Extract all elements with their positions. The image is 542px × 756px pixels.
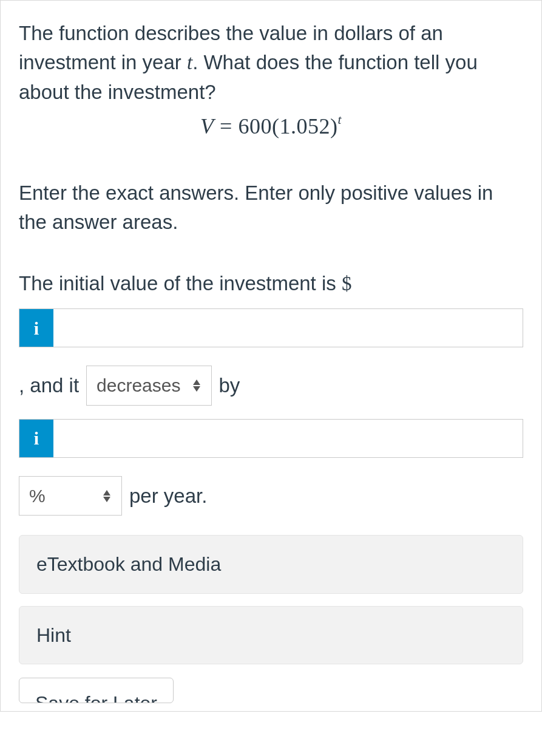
unit-row: % per year. <box>19 476 523 516</box>
rate-value-input[interactable] <box>53 420 523 457</box>
initial-value-row: i <box>19 308 523 347</box>
info-icon-label: i <box>34 425 39 452</box>
equation: V = 600(1.052)t <box>19 111 523 142</box>
save-for-later-label: Save for Later <box>35 692 157 703</box>
svg-marker-0 <box>193 380 200 385</box>
etextbook-panel[interactable]: eTextbook and Media <box>19 535 523 593</box>
unit-select[interactable]: % <box>19 476 122 516</box>
etextbook-label: eTextbook and Media <box>36 553 221 575</box>
instructions: Enter the exact answers. Enter only posi… <box>19 179 523 237</box>
chevron-updown-icon <box>192 380 202 392</box>
equation-rhs-exp: t <box>337 112 342 127</box>
hint-label: Hint <box>36 624 71 646</box>
by-text: by <box>219 371 240 400</box>
answer-intro: The initial value of the investment is $ <box>19 269 523 299</box>
initial-value-input[interactable] <box>53 309 523 347</box>
save-for-later-button[interactable]: Save for Later <box>19 678 174 703</box>
direction-selected: decreases <box>97 372 180 399</box>
and-it-text: , and it <box>19 371 79 400</box>
info-icon-label: i <box>34 315 39 342</box>
svg-marker-3 <box>103 497 110 502</box>
per-year-text: per year. <box>129 482 207 511</box>
dollar-sign: $ <box>342 273 352 295</box>
answer-intro-text: The initial value of the investment is <box>19 272 342 295</box>
hint-panel[interactable]: Hint <box>19 606 523 664</box>
svg-marker-1 <box>193 386 200 392</box>
equation-rhs-base: 600(1.052) <box>238 114 337 138</box>
direction-select[interactable]: decreases <box>86 366 211 406</box>
rate-value-row: i <box>19 419 523 458</box>
svg-marker-2 <box>103 490 110 495</box>
chevron-updown-icon <box>102 490 112 502</box>
question-var-t: t <box>187 52 192 73</box>
question-text: The function describes the value in doll… <box>19 19 523 107</box>
info-icon[interactable]: i <box>19 309 53 347</box>
unit-selected: % <box>29 483 46 509</box>
equation-lhs: V <box>200 114 214 138</box>
info-icon[interactable]: i <box>19 420 53 457</box>
direction-row: , and it decreases by <box>19 366 523 406</box>
equation-eq: = <box>214 114 239 138</box>
